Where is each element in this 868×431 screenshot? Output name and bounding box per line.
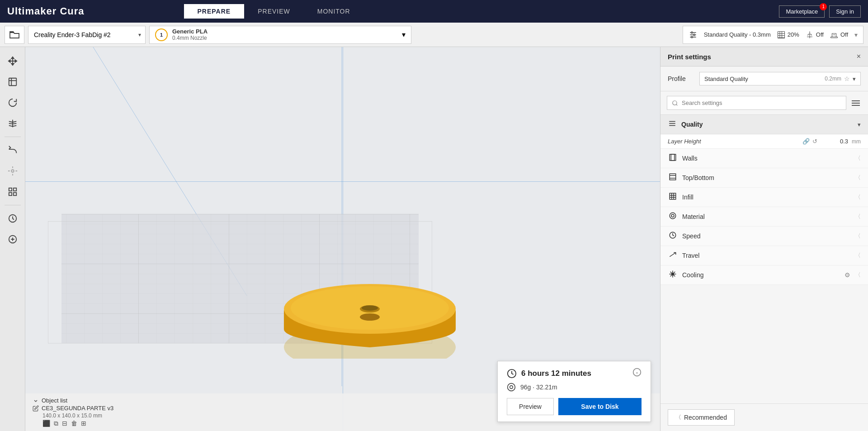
tab-prepare[interactable]: PREPARE — [184, 4, 245, 19]
topbottom-label: Top/Bottom — [682, 174, 850, 181]
toolbar2: Creality Ender-3 FabDig #2 1 Generic PLA… — [0, 23, 868, 47]
move-tool-button[interactable] — [3, 52, 22, 71]
recommended-button[interactable]: 〈 Recommended — [668, 409, 735, 426]
quality-label: Standard Quality - 0.3mm — [704, 31, 771, 38]
svg-point-4 — [693, 34, 694, 35]
travel-icon — [668, 251, 678, 260]
link-icon[interactable]: 🔗 — [802, 138, 810, 145]
svg-point-57 — [508, 384, 515, 391]
quality-chevron: ▾ — [858, 121, 861, 128]
top-right: Marketplace 1 Sign in — [779, 5, 861, 18]
infill-setting: 20% — [777, 31, 799, 39]
subcategory-cooling[interactable]: Cooling ⚙ 〈 — [660, 265, 868, 285]
walls-chevron: 〈 — [855, 154, 861, 162]
print-time-label: 6 hours 12 minutes — [521, 369, 591, 378]
sidebar-divider-1 — [5, 137, 21, 137]
svg-point-34 — [360, 313, 380, 321]
layer-height-row: Layer Height 🔗 ↺ mm — [660, 134, 868, 149]
printer-select-wrapper[interactable]: Creality Ender-3 FabDig #2 — [28, 26, 146, 44]
topbottom-chevron: 〈 — [855, 174, 861, 182]
printer-select[interactable]: Creality Ender-3 FabDig #2 — [28, 26, 146, 44]
svg-rect-17 — [9, 188, 11, 191]
svg-rect-40 — [670, 174, 676, 180]
layer-height-unit: mm — [852, 138, 861, 145]
object-list-label: Object list — [42, 397, 67, 404]
print-settings-header: Print settings × — [660, 47, 868, 66]
scale-tool-button[interactable] — [3, 72, 22, 91]
cooling-settings-icon[interactable]: ⚙ — [844, 271, 850, 279]
snap-button[interactable] — [3, 161, 22, 180]
profile-value: 0.2mm — [825, 76, 841, 82]
layer-height-icons: 🔗 ↺ — [802, 138, 817, 145]
mirror-tool-button[interactable] — [3, 114, 22, 133]
menu-icon[interactable] — [850, 99, 862, 108]
subcategory-topbottom[interactable]: Top/Bottom 〈 — [660, 168, 868, 188]
marketplace-button[interactable]: Marketplace 1 — [779, 5, 825, 18]
material-label: Material — [682, 213, 850, 220]
search-input[interactable] — [667, 96, 846, 110]
subcategory-travel[interactable]: Travel 〈 — [660, 246, 868, 265]
arrange-button[interactable] — [3, 182, 22, 201]
app-logo: Ultimaker Cura — [7, 5, 85, 17]
svg-rect-43 — [670, 193, 676, 199]
travel-chevron: 〈 — [855, 251, 861, 260]
save-to-disk-button[interactable]: Save to Disk — [558, 398, 642, 415]
material-number: 1 — [155, 28, 168, 41]
signin-button[interactable]: Sign in — [829, 5, 861, 18]
subcategory-speed[interactable]: Speed 〈 — [660, 227, 868, 246]
marketplace-badge: 1 — [820, 3, 827, 10]
subcategory-walls[interactable]: Walls 〈 — [660, 149, 868, 168]
support-icon — [806, 31, 814, 39]
preview-button[interactable]: Preview — [507, 398, 554, 415]
subcategory-infill[interactable]: Infill 〈 — [660, 188, 868, 207]
tab-preview[interactable]: PREVIEW — [244, 4, 304, 19]
obj-render-icon[interactable]: ⬛ — [42, 420, 50, 427]
svg-point-3 — [691, 32, 692, 33]
nav-tabs: PREPARE PREVIEW MONITOR — [184, 4, 364, 19]
profile-select[interactable]: Standard Quality 0.2mm ☆ ▾ — [699, 72, 861, 85]
infill-value: 20% — [788, 31, 799, 38]
3d-disk-object[interactable] — [279, 259, 460, 359]
support-button[interactable] — [3, 209, 22, 228]
infill-label: Infill — [682, 194, 850, 201]
adhesion-setting: Off — [830, 31, 848, 39]
obj-copy-icon[interactable]: ⧉ — [54, 420, 58, 427]
speed-label: Speed — [682, 232, 850, 240]
speed-chevron: 〈 — [855, 232, 861, 240]
infill-cat-icon — [668, 192, 678, 202]
print-actions: Preview Save to Disk — [507, 398, 642, 415]
layer-height-label: Layer Height — [668, 138, 799, 145]
open-folder-button[interactable] — [5, 26, 24, 44]
undo-button[interactable] — [3, 141, 22, 160]
svg-line-51 — [670, 253, 676, 257]
print-settings-close[interactable]: × — [857, 52, 861, 61]
left-sidebar — [0, 47, 25, 431]
per-model-settings-button[interactable] — [3, 230, 22, 249]
svg-rect-38 — [670, 154, 676, 161]
material-dropdown-chevron[interactable]: ▾ — [402, 30, 406, 39]
obj-delete-icon[interactable]: 🗑 — [71, 420, 77, 427]
main-content: Object list CE3_SEGUNDA PARTE v3 140.0 x… — [0, 47, 868, 431]
bottom-right-panel: 6 hours 12 minutes 96g · 32.21m Preview … — [497, 361, 651, 422]
tab-monitor[interactable]: MONITOR — [304, 4, 364, 19]
svg-rect-39 — [671, 154, 675, 161]
layer-height-input[interactable] — [821, 138, 848, 145]
reset-icon[interactable]: ↺ — [812, 138, 817, 145]
profile-favorite-star[interactable]: ☆ — [844, 75, 850, 82]
material-info: Generic PLA 0.4mm Nozzle — [172, 28, 208, 41]
material-cat-icon — [668, 212, 678, 222]
topbottom-icon — [668, 173, 678, 183]
settings-bar-chevron[interactable]: ▾ — [854, 31, 858, 38]
subcategory-material[interactable]: Material 〈 — [660, 207, 868, 227]
category-quality[interactable]: Quality ▾ — [660, 115, 868, 134]
material-name: Generic PLA — [172, 28, 208, 35]
quality-setting: Standard Quality - 0.3mm — [704, 31, 771, 38]
adhesion-label: Off — [840, 31, 848, 38]
obj-more-icon[interactable]: ⊞ — [81, 420, 86, 427]
rotate-tool-button[interactable] — [3, 93, 22, 112]
obj-split-icon[interactable]: ⊟ — [62, 420, 67, 427]
svg-rect-18 — [13, 188, 16, 191]
info-icon[interactable] — [632, 368, 642, 379]
print-settings-panel: Print settings × Profile Standard Qualit… — [660, 47, 868, 431]
settings-icon-item — [689, 30, 698, 39]
